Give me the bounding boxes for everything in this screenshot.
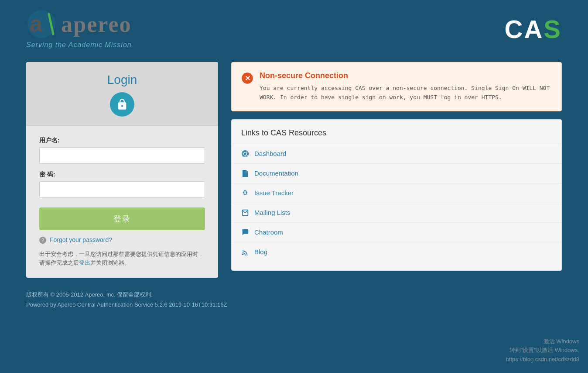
footer-copyright: 版权所有 © 2005-2012 Apereo, Inc. 保留全部权利. — [26, 291, 562, 299]
cas-logo: CAS — [505, 14, 562, 44]
issue-tracker-label: Issue Tracker — [254, 189, 294, 197]
svg-text:a: a — [30, 11, 43, 36]
question-icon: ? — [39, 237, 46, 244]
blog-label: Blog — [254, 248, 267, 256]
logo-area: a apereo Serving the Academic Mission — [26, 9, 132, 49]
gear-icon — [241, 150, 249, 158]
right-panel: ✕ Non-secure Connection You are currentl… — [231, 62, 562, 278]
envelope-icon — [241, 209, 249, 217]
win-line2: 转到"设置"以激活 Windows. — [506, 346, 579, 355]
warning-message: You are currently accessing CAS over a n… — [260, 84, 552, 102]
chat-icon — [241, 228, 249, 236]
login-header: Login — [26, 62, 218, 126]
warning-icon: ✕ — [241, 72, 253, 84]
lock-icon-circle — [110, 92, 134, 117]
chatroom-label: Chatroom — [254, 228, 283, 236]
apereo-logo-icon: a — [26, 9, 57, 39]
file-icon — [241, 169, 249, 177]
documentation-label: Documentation — [254, 169, 298, 177]
username-label: 用户名: — [39, 137, 205, 145]
security-note-end: 并关闭浏览器。 — [90, 259, 130, 266]
dashboard-label: Dashboard — [254, 150, 286, 157]
main-content: Login 用户名: 密 码: 登录 ? Forgot your passwor… — [0, 62, 588, 278]
resource-item-issue-tracker[interactable]: Issue Tracker — [232, 183, 561, 203]
security-note: 出于安全考虑，一旦您访问过那些需要您提供凭证信息的应用时，请操作完成之后登出并关… — [39, 250, 205, 267]
password-input[interactable] — [39, 181, 205, 198]
resource-item-chatroom[interactable]: Chatroom — [232, 223, 561, 242]
svg-point-5 — [242, 253, 244, 255]
login-title: Login — [35, 73, 209, 87]
password-label: 密 码: — [39, 171, 205, 179]
bug-icon — [241, 189, 249, 197]
apereo-wordmark: apereo — [61, 11, 131, 37]
cas-c: CA — [505, 15, 544, 43]
warning-header: ✕ Non-secure Connection You are currentl… — [241, 71, 552, 102]
forgot-password-link[interactable]: Forgot your password? — [50, 236, 112, 243]
header: a apereo Serving the Academic Mission CA… — [0, 0, 588, 58]
win-line1: 激活 Windows — [506, 337, 579, 346]
lock-icon — [116, 98, 128, 111]
username-input[interactable] — [39, 147, 205, 164]
rss-icon — [241, 248, 249, 256]
warning-title: Non-secure Connection — [260, 71, 552, 80]
footer-powered: Powered by Apereo Central Authentication… — [26, 301, 562, 308]
resource-item-blog[interactable]: Blog — [232, 242, 561, 262]
win-line3: https://blog.csdn.net/cdszdd8 — [506, 355, 579, 364]
footer: 版权所有 © 2005-2012 Apereo, Inc. 保留全部权利. Po… — [0, 278, 588, 317]
resources-title: Links to CAS Resources — [232, 128, 561, 144]
forgot-password-area: ? Forgot your password? — [39, 236, 205, 244]
resources-box: Links to CAS Resources Dashboard — [231, 119, 562, 271]
tagline: Serving the Academic Mission — [26, 41, 132, 49]
logo-icon-text: a apereo — [26, 9, 131, 39]
cas-s: S — [544, 15, 562, 43]
resource-item-documentation[interactable]: Documentation — [232, 164, 561, 183]
svg-text:✕: ✕ — [245, 74, 250, 82]
warning-content: Non-secure Connection You are currently … — [260, 71, 552, 102]
resource-item-mailing-lists[interactable]: Mailing Lists — [232, 203, 561, 223]
logout-link[interactable]: 登出 — [79, 259, 90, 266]
warning-box: ✕ Non-secure Connection You are currentl… — [231, 62, 562, 111]
resource-item-dashboard[interactable]: Dashboard — [232, 144, 561, 164]
login-button[interactable]: 登录 — [39, 207, 205, 230]
windows-watermark: 激活 Windows 转到"设置"以激活 Windows. https://bl… — [506, 337, 579, 364]
login-panel: Login 用户名: 密 码: 登录 ? Forgot your passwor… — [26, 62, 218, 278]
mailing-lists-label: Mailing Lists — [254, 209, 291, 216]
login-body: 用户名: 密 码: 登录 ? Forgot your password? 出于安… — [26, 126, 218, 278]
